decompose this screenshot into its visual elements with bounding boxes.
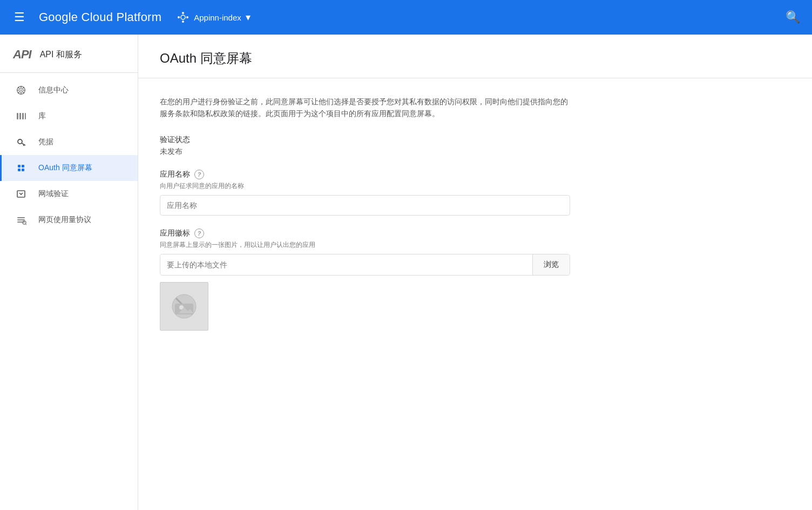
browse-button[interactable]: 浏览: [532, 254, 570, 275]
svg-rect-12: [18, 165, 21, 167]
verification-status-section: 验证状态 未发布: [160, 135, 790, 157]
svg-rect-6: [19, 113, 21, 119]
svg-point-9: [18, 139, 22, 144]
svg-rect-17: [17, 217, 25, 218]
app-icon-section: 应用徽标 ? 同意屏幕上显示的一张图片，用以让用户认出您的应用 浏览: [160, 229, 790, 331]
search-button[interactable]: 🔍: [782, 6, 803, 28]
domain-icon: [15, 187, 28, 200]
chevron-down-icon: ▾: [246, 11, 251, 23]
svg-rect-7: [22, 113, 24, 119]
sidebar-item-label-usage: 网页使用量协议: [38, 215, 91, 225]
project-selector[interactable]: Appinn-index ▾: [170, 8, 257, 27]
sidebar-item-label-oauth: OAuth 同意屏幕: [38, 163, 92, 173]
svg-rect-14: [18, 169, 21, 171]
file-upload-row: 浏览: [160, 254, 570, 276]
app-name-input[interactable]: [160, 195, 570, 216]
sidebar-item-library[interactable]: 库: [0, 103, 138, 129]
image-preview: [160, 282, 208, 331]
page-layout: API API 和服务 信息中心: [0, 35, 812, 510]
verification-status-label: 验证状态: [160, 135, 790, 145]
search-icon: 🔍: [786, 10, 800, 24]
usage-icon: [15, 213, 28, 226]
svg-rect-18: [17, 219, 25, 220]
app-name-label-row: 应用名称 ?: [160, 170, 790, 179]
svg-line-21: [26, 224, 27, 225]
svg-point-4: [186, 16, 188, 18]
svg-point-1: [182, 12, 184, 14]
svg-rect-8: [25, 113, 26, 119]
svg-rect-5: [17, 113, 18, 119]
main-content: OAuth 同意屏幕 在您的用户进行身份验证之前，此同意屏幕可让他们选择是否要授…: [138, 35, 812, 510]
sidebar-navigation: 信息中心 库: [0, 73, 138, 237]
file-input[interactable]: [160, 255, 532, 274]
main-body: 在您的用户进行身份验证之前，此同意屏幕可让他们选择是否要授予您对其私有数据的访问…: [138, 78, 812, 352]
library-icon: [15, 110, 28, 123]
app-name-help-icon[interactable]: ?: [194, 170, 204, 179]
page-title: OAuth 同意屏幕: [160, 50, 790, 67]
svg-rect-15: [22, 169, 24, 171]
app-name-label: 应用名称: [160, 170, 190, 179]
project-name: Appinn-index: [194, 13, 241, 22]
sidebar-item-dashboard[interactable]: 信息中心: [0, 77, 138, 103]
sidebar: API API 和服务 信息中心: [0, 35, 138, 510]
api-logo: API: [13, 48, 31, 62]
app-icon-label: 应用徽标: [160, 229, 190, 238]
app-name-section: 应用名称 ? 向用户征求同意的应用的名称: [160, 170, 790, 216]
dashboard-icon: [15, 84, 28, 97]
description-text: 在您的用户进行身份验证之前，此同意屏幕可让他们选择是否要授予您对其私有数据的访问…: [160, 96, 570, 120]
hamburger-icon: ☰: [14, 10, 25, 24]
sidebar-item-label-dashboard: 信息中心: [38, 85, 69, 95]
app-icon-label-row: 应用徽标 ?: [160, 229, 790, 238]
project-icon: [177, 11, 190, 24]
verification-status-value: 未发布: [160, 147, 790, 157]
oauth-icon: [15, 162, 28, 175]
sidebar-item-label-library: 库: [38, 111, 46, 121]
sidebar-item-label-domain: 网域验证: [38, 189, 69, 199]
app-icon-sublabel: 同意屏幕上显示的一张图片，用以让用户认出您的应用: [160, 240, 790, 250]
svg-point-3: [178, 16, 180, 18]
top-navigation-bar: ☰ Google Cloud Platform Appinn-index ▾ 🔍: [0, 0, 812, 35]
sidebar-title: API 和服务: [40, 49, 82, 61]
app-icon-help-icon[interactable]: ?: [194, 229, 204, 238]
app-name-sublabel: 向用户征求同意的应用的名称: [160, 182, 790, 191]
credentials-icon: [15, 136, 28, 149]
sidebar-header: API API 和服务: [0, 35, 138, 73]
sidebar-item-oauth[interactable]: OAuth 同意屏幕: [0, 155, 138, 181]
main-header: OAuth 同意屏幕: [138, 35, 812, 78]
svg-rect-19: [17, 222, 25, 223]
app-title: Google Cloud Platform: [39, 10, 161, 24]
svg-point-2: [182, 21, 184, 23]
sidebar-item-label-credentials: 凭据: [38, 137, 53, 147]
svg-point-0: [181, 15, 185, 19]
svg-rect-13: [22, 165, 24, 167]
sidebar-item-credentials[interactable]: 凭据: [0, 129, 138, 155]
no-image-icon: [171, 293, 198, 320]
menu-button[interactable]: ☰: [9, 6, 30, 28]
sidebar-item-domain[interactable]: 网域验证: [0, 181, 138, 207]
sidebar-item-usage[interactable]: 网页使用量协议: [0, 207, 138, 233]
